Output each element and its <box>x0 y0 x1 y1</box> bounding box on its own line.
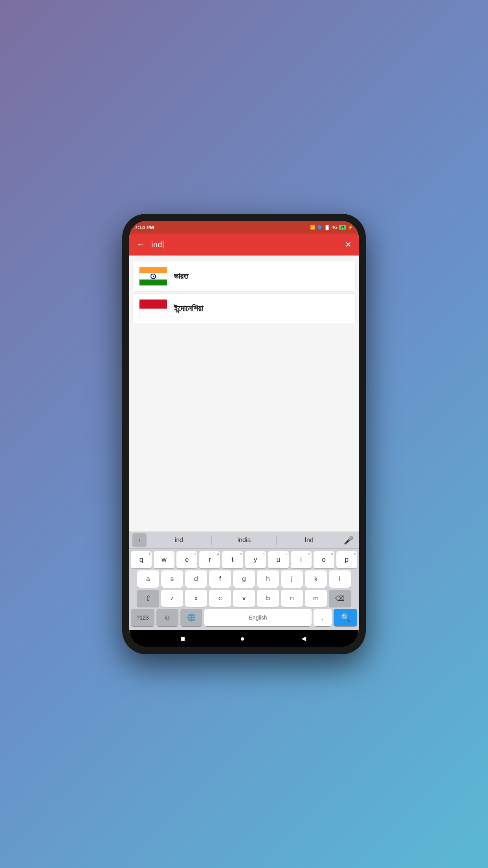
key-g[interactable]: g <box>233 570 255 588</box>
status-time: 7:14 PM <box>135 224 154 230</box>
text-cursor <box>163 241 163 248</box>
flag-indonesia <box>139 300 167 318</box>
suggestion-ind-cap[interactable]: Ind <box>277 534 341 546</box>
key-f[interactable]: f <box>209 570 231 588</box>
key-row-3: ⇧ z x c v b n m ⌫ <box>131 590 357 607</box>
status-bar: 7:14 PM 📶 🔷 ▐▌ 4G 71 ⚡ <box>129 221 359 234</box>
search-header: ← ind ✕ <box>129 234 359 256</box>
results-area: ভারত ইন্দোনেশিয়া <box>129 256 359 531</box>
phone-screen: 7:14 PM 📶 🔷 ▐▌ 4G 71 ⚡ ← ind ✕ <box>129 221 359 647</box>
bottom-nav: ■ ● ◄ <box>129 630 359 647</box>
mic-button[interactable]: 🎤 <box>341 533 356 547</box>
phone-frame: 7:14 PM 📶 🔷 ▐▌ 4G 71 ⚡ ← ind ✕ <box>122 214 366 654</box>
search-input-area[interactable]: ind <box>151 240 339 249</box>
key-row-1: q1 w2 e3 r4 t5 y6 u7 i8 o9 p0 <box>131 551 357 568</box>
bluetooth-icon: 🔷 <box>317 225 323 230</box>
key-h[interactable]: h <box>257 570 279 588</box>
flag-india <box>139 267 167 285</box>
key-t[interactable]: t5 <box>222 551 243 568</box>
suggestion-expand-button[interactable]: › <box>132 533 147 547</box>
signal-icon: ▐▌ <box>324 225 330 230</box>
wifi-icon: 📶 <box>310 225 316 230</box>
nav-back-button[interactable]: ◄ <box>295 632 312 645</box>
suggestions-bar: › ind India Ind 🎤 <box>129 531 359 549</box>
shift-key[interactable]: ⇧ <box>137 590 159 607</box>
indonesia-name: ইন্দোনেশিয়া <box>174 303 203 314</box>
suggestion-ind[interactable]: ind <box>147 534 211 546</box>
emoji-key[interactable]: ☺ <box>156 609 178 626</box>
key-v[interactable]: v <box>233 590 255 607</box>
key-i[interactable]: i8 <box>291 551 312 568</box>
key-n[interactable]: n <box>281 590 303 607</box>
data-icon: 4G <box>332 225 338 230</box>
keyboard-rows: q1 w2 e3 r4 t5 y6 u7 i8 o9 p0 a s d f <box>129 549 359 630</box>
key-d[interactable]: d <box>185 570 207 588</box>
back-button[interactable]: ← <box>135 238 147 251</box>
ashoka-chakra <box>150 274 156 279</box>
close-button[interactable]: ✕ <box>343 238 353 251</box>
num-switch-key[interactable]: ?123 <box>131 609 154 626</box>
key-z[interactable]: z <box>161 590 183 607</box>
key-c[interactable]: c <box>209 590 231 607</box>
key-m[interactable]: m <box>305 590 327 607</box>
key-s[interactable]: s <box>161 570 183 588</box>
key-u[interactable]: u7 <box>268 551 289 568</box>
flag-india-container <box>139 267 167 286</box>
key-k[interactable]: k <box>305 570 327 588</box>
key-x[interactable]: x <box>185 590 207 607</box>
key-o[interactable]: o9 <box>314 551 334 568</box>
key-p[interactable]: p0 <box>336 551 357 568</box>
flag-red-stripe <box>139 300 167 309</box>
key-l[interactable]: l <box>329 570 351 588</box>
flag-white-stripe <box>139 273 167 279</box>
key-y[interactable]: y6 <box>245 551 266 568</box>
key-a[interactable]: a <box>137 570 159 588</box>
charging-icon: ⚡ <box>348 225 353 230</box>
keyboard-area: › ind India Ind 🎤 q1 w2 e3 r4 <box>129 531 359 630</box>
key-b[interactable]: b <box>257 590 279 607</box>
key-w[interactable]: w2 <box>154 551 174 568</box>
space-key[interactable]: English <box>204 609 312 626</box>
suggestions-list: ind India Ind <box>147 534 341 546</box>
nav-home-button[interactable]: ● <box>235 632 250 645</box>
key-q[interactable]: q1 <box>131 551 152 568</box>
key-j[interactable]: j <box>281 570 303 588</box>
search-query-text: ind <box>151 240 162 249</box>
period-key[interactable]: . <box>314 609 332 626</box>
india-name: ভারত <box>174 271 188 281</box>
search-key[interactable]: 🔍 <box>334 609 357 626</box>
suggestion-india[interactable]: India <box>212 534 277 546</box>
flag-indonesia-container <box>139 299 167 318</box>
globe-key[interactable]: 🌐 <box>180 609 202 626</box>
battery-icon: 71 <box>339 225 346 230</box>
backspace-key[interactable]: ⌫ <box>329 590 351 607</box>
key-row-4: ?123 ☺ 🌐 English . 🔍 <box>131 609 357 626</box>
flag-white-stripe-2 <box>139 309 167 318</box>
result-indonesia[interactable]: ইন্দোনেশিয়া <box>132 293 356 324</box>
key-row-2: a s d f g h j k l <box>131 570 357 588</box>
key-e[interactable]: e3 <box>176 551 197 568</box>
status-icons: 📶 🔷 ▐▌ 4G 71 ⚡ <box>310 225 353 230</box>
result-india[interactable]: ভারত <box>132 261 356 292</box>
flag-green-stripe <box>139 280 167 285</box>
flag-orange-stripe <box>139 267 167 273</box>
key-r[interactable]: r4 <box>199 551 220 568</box>
nav-square-button[interactable]: ■ <box>176 632 190 645</box>
